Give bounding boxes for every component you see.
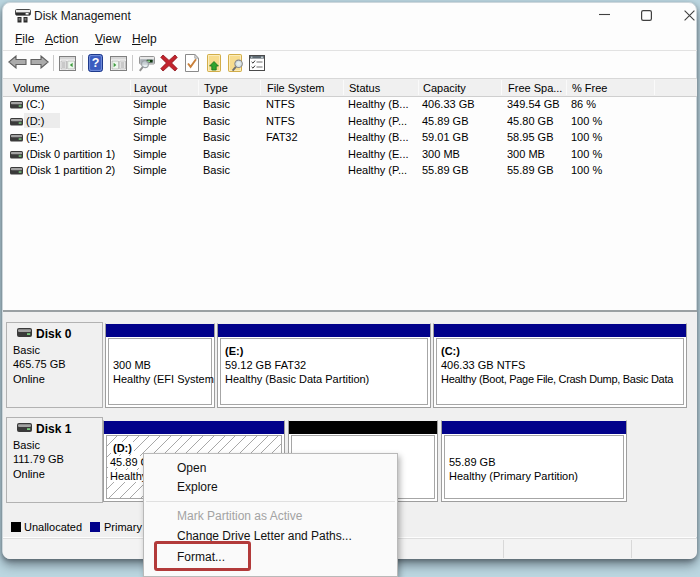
svg-text:?: ?	[92, 56, 100, 70]
